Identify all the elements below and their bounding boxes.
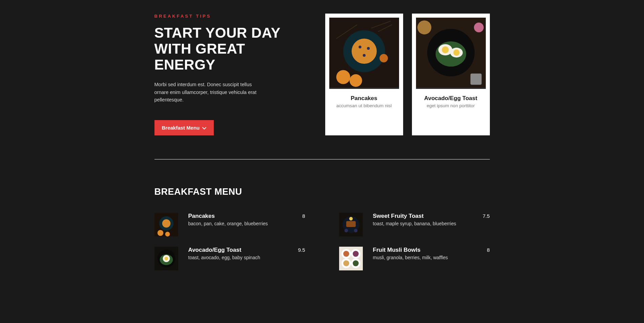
hero-overline: BREAKFAST TIPS bbox=[154, 14, 304, 19]
svg-point-29 bbox=[349, 217, 353, 221]
svg-point-2 bbox=[351, 39, 376, 64]
svg-point-3 bbox=[358, 45, 361, 48]
menu-item: Fruit Musli Bowls musli, granola, berrie… bbox=[339, 247, 490, 270]
feature-card: Pancakes accumsan ut bibendum nisl bbox=[325, 14, 403, 135]
svg-point-23 bbox=[165, 232, 170, 236]
hero-heading: START YOUR DAY WITH GREAT ENERGY bbox=[154, 25, 304, 73]
svg-point-13 bbox=[442, 46, 449, 53]
svg-point-34 bbox=[164, 256, 168, 260]
menu-item-ingredients: toast, avocado, egg, baby spinach bbox=[188, 255, 295, 260]
menu-grid: Pancakes bacon, pan, cake, orange, blueb… bbox=[154, 213, 490, 270]
menu-item-price: 9.5 bbox=[298, 247, 305, 253]
menu-item: Pancakes bacon, pan, cake, orange, blueb… bbox=[154, 213, 305, 236]
hero-left-column: BREAKFAST TIPS START YOUR DAY WITH GREAT… bbox=[154, 14, 304, 135]
section-divider bbox=[154, 159, 490, 159]
svg-point-40 bbox=[343, 251, 349, 257]
svg-point-43 bbox=[353, 260, 359, 266]
menu-item-name: Fruit Musli Bowls bbox=[373, 247, 484, 253]
feature-card-desc: accumsan ut bibendum nisl bbox=[329, 103, 399, 108]
svg-point-7 bbox=[349, 74, 362, 87]
menu-item-thumb bbox=[154, 247, 178, 270]
feature-card-image bbox=[416, 18, 486, 89]
svg-point-22 bbox=[157, 230, 163, 236]
feature-card-title: Pancakes bbox=[329, 95, 399, 102]
svg-rect-35 bbox=[339, 247, 363, 270]
menu-item-text: Pancakes bacon, pan, cake, orange, blueb… bbox=[188, 213, 299, 226]
svg-point-28 bbox=[354, 229, 357, 232]
menu-item-name: Sweet Fruity Toast bbox=[373, 213, 479, 220]
hero-paragraph: Morbi sed interdum est. Donec suscipit t… bbox=[154, 81, 263, 103]
menu-item-price: 8 bbox=[302, 213, 305, 219]
menu-item-thumb bbox=[339, 213, 363, 236]
breakfast-menu-button-label: Breakfast Menu bbox=[162, 125, 200, 131]
menu-item-thumb bbox=[339, 247, 363, 270]
svg-point-21 bbox=[162, 219, 170, 228]
menu-item-ingredients: toast, maple syrup, banana, blueberries bbox=[373, 221, 479, 226]
svg-point-27 bbox=[344, 229, 348, 232]
menu-item: Avocado/Egg Toast toast, avocado, egg, b… bbox=[154, 247, 305, 270]
feature-card-desc: eget ipsum non porttitor bbox=[416, 103, 486, 108]
breakfast-menu-button[interactable]: Breakfast Menu bbox=[154, 120, 214, 135]
menu-item: Sweet Fruity Toast toast, maple syrup, b… bbox=[339, 213, 490, 236]
feature-cards: Pancakes accumsan ut bibendum nisl bbox=[320, 14, 490, 135]
svg-point-16 bbox=[417, 20, 431, 34]
hero-section: BREAKFAST TIPS START YOUR DAY WITH GREAT… bbox=[154, 14, 490, 135]
svg-point-6 bbox=[336, 70, 350, 84]
menu-item-price: 8 bbox=[487, 247, 490, 253]
svg-point-8 bbox=[379, 54, 388, 62]
svg-point-42 bbox=[343, 260, 349, 266]
chevron-down-icon bbox=[202, 126, 206, 130]
svg-point-5 bbox=[362, 54, 365, 57]
menu-item-body: Pancakes bacon, pan, cake, orange, blueb… bbox=[188, 213, 305, 236]
menu-item-text: Avocado/Egg Toast toast, avocado, egg, b… bbox=[188, 247, 295, 260]
svg-point-4 bbox=[367, 47, 370, 50]
feature-card-title: Avocado/Egg Toast bbox=[416, 95, 486, 102]
menu-item-name: Pancakes bbox=[188, 213, 299, 220]
menu-item-thumb bbox=[154, 213, 178, 236]
feature-card: Avocado/Egg Toast eget ipsum non porttit… bbox=[412, 14, 490, 135]
menu-item-name: Avocado/Egg Toast bbox=[188, 247, 295, 253]
svg-rect-26 bbox=[346, 221, 356, 227]
menu-item-text: Fruit Musli Bowls musli, granola, berrie… bbox=[373, 247, 484, 260]
menu-item-price: 7.5 bbox=[483, 213, 490, 219]
page-container: BREAKFAST TIPS START YOUR DAY WITH GREAT… bbox=[154, 0, 490, 284]
menu-item-text: Sweet Fruity Toast toast, maple syrup, b… bbox=[373, 213, 479, 226]
menu-heading: BREAKFAST MENU bbox=[154, 187, 490, 197]
svg-point-41 bbox=[353, 251, 359, 257]
menu-item-ingredients: bacon, pan, cake, orange, blueberries bbox=[188, 221, 299, 226]
svg-point-15 bbox=[453, 50, 460, 56]
menu-item-body: Avocado/Egg Toast toast, avocado, egg, b… bbox=[188, 247, 305, 270]
menu-item-ingredients: musli, granola, berries, milk, waffles bbox=[373, 255, 484, 260]
svg-point-17 bbox=[474, 22, 483, 32]
menu-item-body: Sweet Fruity Toast toast, maple syrup, b… bbox=[373, 213, 490, 236]
svg-rect-18 bbox=[470, 74, 481, 85]
feature-card-image bbox=[329, 18, 399, 89]
menu-item-body: Fruit Musli Bowls musli, granola, berrie… bbox=[373, 247, 490, 270]
